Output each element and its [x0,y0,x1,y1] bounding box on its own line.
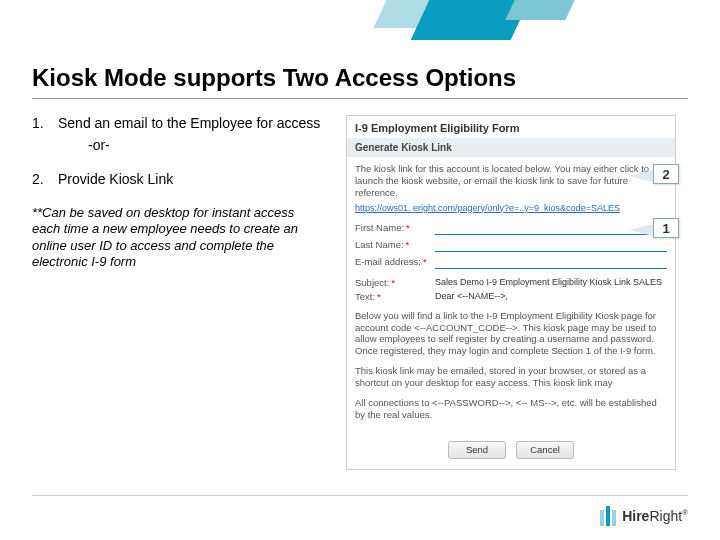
logo-text: HireRight® [622,508,688,524]
subject-value: Sales Demo I-9 Employment Eligibility Ki… [431,277,667,287]
send-button[interactable]: Send [448,441,506,459]
label-last-name: Last Name: [355,239,404,250]
callout-pointer-1 [629,224,653,236]
body-para-1: Below you will find a link to the I-9 Em… [355,310,667,358]
or-separator: -or- [88,137,332,153]
body-para-3: All connections to <--PASSWORD-->, <-- M… [355,397,667,421]
logo-part-1: Hire [622,508,649,524]
num-2: 2. [32,171,44,187]
row-subject: Subject:* Sales Demo I-9 Employment Elig… [355,277,667,288]
panel-header: I-9 Employment Eligibility Form [347,116,675,138]
row-last-name: Last Name:* [355,238,667,252]
num-1: 1. [32,115,44,131]
callout-pointer-2 [629,170,653,182]
option-1: 1. Send an email to the Employee for acc… [32,115,332,153]
required-icon: * [406,222,410,233]
text-greeting: Dear <--NAME-->, [431,291,667,301]
callout-1: 1 [653,218,679,238]
option-2: 2. Provide Kiosk Link [32,171,332,187]
form-screenshot-panel: I-9 Employment Eligibility Form Generate… [346,115,676,470]
body-para-2: This kiosk link may be emailed, stored i… [355,365,667,389]
cancel-button[interactable]: Cancel [516,441,574,459]
label-text: Text: [355,291,375,302]
label-first-name: First Name: [355,222,404,233]
option-2-text: Provide Kiosk Link [58,171,173,187]
input-email[interactable] [435,255,667,269]
logo-icon [600,506,616,526]
required-icon: * [406,239,410,250]
label-subject: Subject: [355,277,389,288]
row-text: Text:* Dear <--NAME-->, [355,291,667,302]
left-column: 1. Send an email to the Employee for acc… [32,115,332,470]
decorative-header-shapes [380,0,600,60]
input-last-name[interactable] [435,238,667,252]
slide-footer: HireRight® [32,495,688,526]
panel-section-title: Generate Kiosk Link [347,138,675,157]
row-email: E-mail address:* [355,255,667,269]
option-1-text: Send an email to the Employee for access [58,115,320,131]
required-icon: * [391,277,395,288]
required-icon: * [377,291,381,302]
callout-2: 2 [653,164,679,184]
footnote: **Can be saved on desktop for instant ac… [32,205,332,270]
label-email: E-mail address: [355,256,421,267]
panel-intro-text: The kiosk link for this account is locat… [355,163,667,199]
logo-part-2: Right [649,508,682,524]
row-first-name: First Name:* [355,221,667,235]
registered-mark: ® [682,508,688,517]
required-icon: * [423,256,427,267]
slide-title: Kiosk Mode supports Two Access Options [32,64,688,99]
kiosk-link[interactable]: https://ows01. eright.com/pagery/only?e=… [355,203,667,213]
